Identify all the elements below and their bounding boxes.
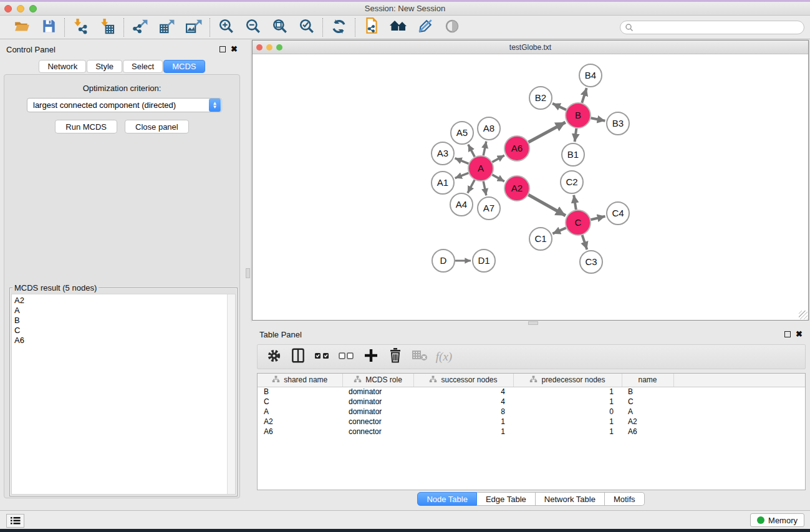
column-header-shared-name[interactable]: shared name [258, 374, 342, 387]
table-row[interactable]: A6connector11A6 [258, 427, 805, 437]
float-panel-icon[interactable] [219, 46, 226, 52]
open-file-button[interactable] [10, 17, 33, 37]
column-header-successor-nodes[interactable]: successor nodes [413, 374, 513, 387]
close-window-button[interactable] [4, 5, 12, 12]
window-resize-grip[interactable] [799, 311, 808, 319]
table-cell[interactable]: 8 [413, 407, 513, 417]
splitter-grip[interactable] [528, 321, 538, 325]
graph-edge-B-B2[interactable] [552, 104, 566, 110]
vertical-splitter[interactable] [244, 39, 252, 321]
graph-edge-A2-C[interactable] [528, 195, 566, 215]
table-cell[interactable]: B [258, 387, 342, 397]
network-close-button[interactable] [256, 44, 263, 51]
table-cell[interactable]: A2 [258, 417, 342, 427]
node-table[interactable]: shared name MCDS role successor nodes pr… [257, 373, 806, 490]
graph-edge-A-A7[interactable] [483, 181, 486, 196]
zoom-in-button[interactable] [215, 17, 238, 37]
tab-network-table[interactable]: Network Table [536, 492, 605, 506]
export-table-button[interactable] [155, 17, 178, 37]
mcds-result-item[interactable]: A [14, 306, 235, 316]
export-network-button[interactable] [128, 17, 152, 37]
network-maximize-button[interactable] [276, 44, 282, 51]
table-cell[interactable]: A6 [258, 427, 342, 437]
table-cell[interactable]: dominator [342, 407, 413, 417]
graph-edge-C-C3[interactable] [582, 235, 587, 249]
graph-edge-C-C2[interactable] [574, 195, 576, 210]
mcds-result-item[interactable]: A6 [14, 336, 235, 346]
graph-edge-A-A8[interactable] [483, 142, 486, 156]
table-row[interactable]: Bdominator41B [258, 387, 805, 397]
float-panel-icon[interactable] [784, 331, 791, 337]
table-cell[interactable]: 1 [413, 427, 513, 437]
table-cell[interactable]: C [258, 397, 342, 407]
show-graphics-button[interactable] [440, 17, 463, 37]
refresh-layout-button[interactable] [327, 17, 350, 37]
splitter-grip[interactable] [246, 268, 250, 278]
graph-edge-A-A6[interactable] [492, 155, 504, 162]
mcds-result-item[interactable]: C [14, 326, 235, 336]
minimize-window-button[interactable] [17, 5, 24, 12]
tab-motifs[interactable]: Motifs [605, 492, 645, 506]
table-cell[interactable]: A2 [622, 417, 673, 427]
column-header-MCDS-role[interactable]: MCDS role [342, 374, 413, 387]
graph-edge-A-A1[interactable] [455, 173, 469, 178]
deselect-all-button[interactable] [337, 347, 357, 366]
close-panel-button[interactable]: Close panel [125, 120, 189, 133]
tab-node-table[interactable]: Node Table [417, 492, 477, 506]
network-minimize-button[interactable] [266, 44, 272, 51]
table-cell[interactable]: C [622, 397, 673, 407]
memory-button[interactable]: Memory [750, 513, 804, 527]
table-cell[interactable]: 1 [513, 427, 622, 437]
table-cell[interactable]: dominator [342, 387, 413, 397]
network-window-titlebar[interactable]: testGlobe.txt [253, 41, 808, 54]
criterion-select[interactable]: largest connected component (directed) ▲… [27, 98, 222, 112]
graph-edge-A-A5[interactable] [468, 145, 475, 157]
mcds-result-item[interactable]: A2 [14, 296, 235, 306]
graph-edge-C-C1[interactable] [552, 228, 566, 233]
column-button[interactable] [288, 347, 308, 366]
tab-edge-table[interactable]: Edge Table [477, 492, 536, 506]
column-header-predecessor-nodes[interactable]: predecessor nodes [513, 374, 622, 387]
table-cell[interactable]: 1 [513, 417, 622, 427]
table-row[interactable]: Cdominator41C [258, 397, 805, 407]
run-mcds-button[interactable]: Run MCDS [55, 120, 117, 133]
table-cell[interactable]: B [622, 387, 673, 397]
tab-select[interactable]: Select [123, 60, 163, 73]
table-row[interactable]: A2connector11A2 [258, 417, 805, 427]
hide-edit-button[interactable] [413, 17, 436, 37]
network-canvas[interactable]: B4B2BB3A8A5A6A3B1AA1C2A2A4A7C4CC1C3DD1 [253, 54, 808, 321]
graph-edge-B-B1[interactable] [575, 128, 577, 142]
graph-edge-B-B4[interactable] [582, 88, 586, 103]
task-history-button[interactable] [6, 514, 24, 528]
graph-edge-A-A3[interactable] [455, 158, 469, 164]
mcds-result-item[interactable]: B [14, 316, 235, 326]
search-input[interactable] [620, 21, 804, 34]
zoom-selected-button[interactable] [295, 17, 318, 37]
save-session-button[interactable] [37, 17, 60, 37]
table-cell[interactable]: connector [342, 427, 413, 437]
table-cell[interactable]: 4 [413, 397, 513, 407]
mcds-result-list[interactable]: A2ABCA6 [11, 294, 236, 495]
close-panel-icon[interactable]: ✖ [231, 46, 238, 52]
tab-mcds[interactable]: MCDS [163, 60, 205, 73]
table-cell[interactable]: A [622, 407, 673, 417]
settings-gear-button[interactable] [264, 347, 284, 366]
zoom-fit-button[interactable] [268, 17, 291, 37]
import-table-button[interactable] [96, 17, 119, 37]
graph-edge-B-B3[interactable] [591, 118, 605, 121]
table-cell[interactable]: 0 [513, 407, 622, 417]
tab-style[interactable]: Style [87, 60, 122, 73]
home-button[interactable] [387, 17, 410, 37]
table-cell[interactable]: connector [342, 417, 413, 427]
table-row[interactable]: Adominator80A [258, 407, 805, 417]
graph-edge-A-A4[interactable] [468, 180, 475, 193]
table-cell[interactable]: 1 [413, 417, 513, 427]
tab-network[interactable]: Network [39, 60, 86, 73]
select-all-button[interactable] [312, 347, 332, 366]
horizontal-splitter[interactable] [252, 321, 810, 326]
table-cell[interactable]: 1 [513, 387, 622, 397]
graph-edge-A6-B[interactable] [528, 122, 565, 142]
column-header-name[interactable]: name [622, 374, 673, 387]
maximize-window-button[interactable] [29, 5, 37, 12]
zoom-out-button[interactable] [241, 17, 264, 37]
